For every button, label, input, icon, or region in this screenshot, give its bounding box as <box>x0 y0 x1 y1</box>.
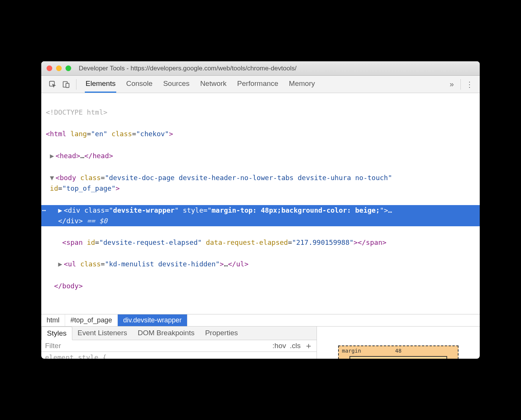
more-tabs-button[interactable]: » <box>446 79 457 90</box>
crumb-selected[interactable]: div.devsite-wrapper <box>118 314 187 326</box>
inspect-element-icon[interactable] <box>46 78 59 91</box>
tab-sources[interactable]: Sources <box>162 76 190 93</box>
dom-tree[interactable]: <!DOCTYPE html> <html lang="en" class="c… <box>41 93 480 314</box>
subtab-styles[interactable]: Styles <box>41 327 72 340</box>
sidebar-subtabs: Styles Event Listeners DOM Breakpoints P… <box>41 327 317 340</box>
separator <box>460 79 461 90</box>
subtab-properties[interactable]: Properties <box>200 327 243 340</box>
toggle-cls-button[interactable]: .cls <box>290 342 301 350</box>
dom-span[interactable]: <span id="devsite-request-elapsed" data-… <box>46 237 475 248</box>
tab-elements[interactable]: Elements <box>85 76 116 93</box>
dom-doctype[interactable]: <!DOCTYPE html> <box>46 108 108 116</box>
panel-tabs: Elements Console Sources Network Perform… <box>85 76 446 93</box>
styles-filter-row: Filter :hov .cls ＋ <box>41 340 317 352</box>
dom-ul[interactable]: ▶<ul class="kd-menulist devsite-hidden">… <box>46 259 475 270</box>
close-window-button[interactable] <box>47 65 52 71</box>
dom-body-open[interactable]: ▼<body class="devsite-doc-page devsite-h… <box>46 173 475 194</box>
tab-network[interactable]: Network <box>200 76 228 93</box>
new-style-rule-button[interactable]: ＋ <box>304 340 313 352</box>
styles-panel: Styles Event Listeners DOM Breakpoints P… <box>41 326 480 359</box>
styles-list[interactable]: element.style { margin-top: 48px; backgr… <box>41 352 317 359</box>
dom-html-open[interactable]: <html lang="en" class="chekov"> <box>46 129 475 140</box>
border-top-value[interactable]: - <box>397 358 400 359</box>
devtools-window: Developer Tools - https://developers.goo… <box>41 61 480 359</box>
subtab-event-listeners[interactable]: Event Listeners <box>72 327 133 340</box>
rule-element-style[interactable]: element.style { margin-top: 48px; backgr… <box>41 352 317 359</box>
box-model[interactable]: margin 48 - - - border - - - - padding <box>317 327 480 359</box>
zoom-window-button[interactable] <box>66 65 71 71</box>
tab-console[interactable]: Console <box>125 76 153 93</box>
device-toolbar-icon[interactable] <box>59 78 73 91</box>
rule-selector[interactable]: element.style { <box>45 353 107 359</box>
margin-label: margin <box>342 348 361 354</box>
main-toolbar: Elements Console Sources Network Perform… <box>41 76 480 93</box>
crumb-html[interactable]: html <box>41 314 65 326</box>
tab-performance[interactable]: Performance <box>236 76 279 93</box>
computed-panel: margin 48 - - - border - - - - padding <box>317 327 480 359</box>
dom-head[interactable]: ▶<head>…</head> <box>46 151 475 162</box>
separator <box>76 79 76 90</box>
titlebar: Developer Tools - https://developers.goo… <box>41 61 480 76</box>
border-label: border <box>353 358 373 359</box>
window-title: Developer Tools - https://developers.goo… <box>79 65 296 72</box>
margin-top-value[interactable]: 48 <box>395 348 402 354</box>
subtab-dom-breakpoints[interactable]: DOM Breakpoints <box>133 327 200 340</box>
dom-breadcrumb: html #top_of_page div.devsite-wrapper <box>41 314 480 326</box>
dom-selected-node[interactable]: ⋯ ▶<div class="devsite-wrapper" style="m… <box>41 205 480 226</box>
tab-memory[interactable]: Memory <box>288 76 316 93</box>
settings-menu-icon[interactable]: ⋮ <box>464 79 475 90</box>
styles-filter-input[interactable]: Filter <box>45 342 61 350</box>
crumb-body[interactable]: #top_of_page <box>65 314 118 326</box>
dom-body-close[interactable]: </body> <box>46 281 475 292</box>
minimize-window-button[interactable] <box>56 65 62 71</box>
toggle-hov-button[interactable]: :hov <box>273 342 286 350</box>
svg-rect-2 <box>66 83 69 87</box>
